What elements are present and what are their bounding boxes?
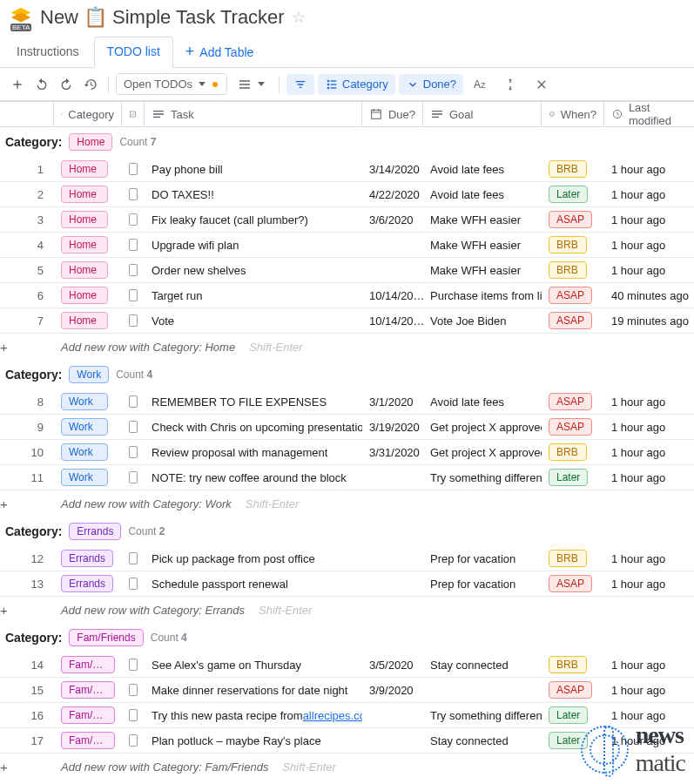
table-row[interactable]: 11 Work NOTE: try new coffee around the … <box>0 465 694 490</box>
category-tag[interactable]: Home <box>61 160 108 178</box>
table-row[interactable]: 12 Errands Pick up package from post off… <box>0 546 694 571</box>
row-height-button[interactable] <box>496 74 524 95</box>
checkbox[interactable] <box>129 188 138 200</box>
row-task-cell[interactable]: Make dinner reservations for date night <box>145 678 362 702</box>
category-tag[interactable]: Fam/Frien… <box>61 706 115 724</box>
row-checkbox-cell[interactable] <box>122 283 145 308</box>
row-task-cell[interactable]: Target run <box>145 283 362 308</box>
row-task-cell[interactable]: DO TAXES!! <box>145 182 362 206</box>
row-goal-cell[interactable]: Make WFH easier <box>423 207 542 232</box>
row-checkbox-cell[interactable] <box>122 157 145 181</box>
table-row[interactable]: 2 Home DO TAXES!! 4/22/2020 Avoid late f… <box>0 182 694 207</box>
row-due-cell[interactable] <box>362 728 423 753</box>
when-tag[interactable]: BRB <box>549 443 587 461</box>
row-category-cell[interactable]: Home <box>54 207 122 232</box>
row-checkbox-cell[interactable] <box>122 308 145 333</box>
row-due-cell[interactable] <box>362 233 423 257</box>
col-rownum[interactable] <box>0 102 54 126</box>
row-checkbox-cell[interactable] <box>122 678 145 702</box>
row-task-cell[interactable]: Plan potluck – maybe Ray's place <box>145 728 362 753</box>
row-goal-cell[interactable]: Get project X approved <box>423 415 542 439</box>
category-tag[interactable]: Home <box>61 261 108 279</box>
row-checkbox-cell[interactable] <box>122 440 145 464</box>
row-goal-cell[interactable]: Purchase items from li… <box>423 283 542 308</box>
row-when-cell[interactable]: BRB <box>542 258 604 282</box>
when-tag[interactable]: ASAP <box>549 575 592 592</box>
row-checkbox-cell[interactable] <box>122 465 145 490</box>
row-due-cell[interactable]: 3/19/2020 <box>362 415 423 439</box>
row-goal-cell[interactable]: Stay connected <box>423 728 542 753</box>
checkbox[interactable] <box>129 471 138 483</box>
sort-button[interactable]: AZ <box>467 75 493 94</box>
row-when-cell[interactable]: ASAP <box>542 308 604 333</box>
row-when-cell[interactable]: BRB <box>542 546 604 571</box>
category-tag[interactable]: Home <box>61 312 108 329</box>
row-category-cell[interactable]: Home <box>54 308 122 333</box>
category-tag[interactable]: Fam/Frien… <box>61 681 115 699</box>
category-tag[interactable]: Work <box>61 443 108 461</box>
row-checkbox-cell[interactable] <box>122 703 145 727</box>
row-goal-cell[interactable]: Prep for vacation <box>423 571 542 596</box>
group-tag[interactable]: Errands <box>69 523 121 540</box>
row-checkbox-cell[interactable] <box>122 389 145 414</box>
row-category-cell[interactable]: Work <box>54 465 122 490</box>
when-tag[interactable]: BRB <box>549 550 587 567</box>
col-checkbox[interactable] <box>122 102 145 126</box>
table-row[interactable]: 7 Home Vote 10/14/20… Vote Joe Biden ASA… <box>0 308 694 334</box>
row-task-cell[interactable]: See Alex's game on Thursday <box>145 652 362 677</box>
group-tag[interactable]: Fam/Friends <box>69 629 143 646</box>
when-tag[interactable]: Later <box>549 186 588 203</box>
table-row[interactable]: 8 Work REMEMBER TO FILE EXPENSES 3/1/202… <box>0 389 694 415</box>
table-row[interactable]: 4 Home Upgrade wifi plan Make WFH easier… <box>0 233 694 258</box>
row-checkbox-cell[interactable] <box>122 415 145 439</box>
category-tag[interactable]: Home <box>61 236 108 253</box>
row-due-cell[interactable] <box>362 703 423 727</box>
when-tag[interactable]: ASAP <box>549 393 592 410</box>
row-checkbox-cell[interactable] <box>122 233 145 257</box>
when-tag[interactable]: Later <box>549 469 588 486</box>
row-goal-cell[interactable]: Prep for vacation <box>423 546 542 571</box>
row-checkbox-cell[interactable] <box>122 728 145 753</box>
category-tag[interactable]: Home <box>61 287 108 304</box>
checkbox[interactable] <box>129 314 138 327</box>
star-icon[interactable]: ☆ <box>292 8 306 27</box>
col-goal[interactable]: Goal <box>423 102 542 126</box>
row-category-cell[interactable]: Fam/Frien… <box>54 728 122 753</box>
checkbox[interactable] <box>129 709 138 721</box>
row-due-cell[interactable]: 3/5/2020 <box>362 652 423 677</box>
row-due-cell[interactable]: 10/14/20… <box>362 283 423 308</box>
row-task-cell[interactable]: Review proposal with management <box>145 440 362 464</box>
when-tag[interactable]: ASAP <box>549 418 592 436</box>
tab-instructions[interactable]: Instructions <box>3 37 92 67</box>
row-checkbox-cell[interactable] <box>122 546 145 571</box>
checkbox[interactable] <box>129 659 138 671</box>
row-category-cell[interactable]: Home <box>54 258 122 282</box>
page-title[interactable]: New 📋 Simple Task Tracker <box>40 6 285 29</box>
row-task-cell[interactable]: Schedule passport renewal <box>145 571 362 596</box>
col-due[interactable]: Due? <box>362 102 423 126</box>
row-category-cell[interactable]: Home <box>54 182 122 206</box>
row-when-cell[interactable]: BRB <box>542 157 604 181</box>
when-tag[interactable]: BRB <box>549 261 587 279</box>
row-when-cell[interactable]: ASAP <box>542 571 604 596</box>
row-checkbox-cell[interactable] <box>122 571 145 596</box>
row-checkbox-cell[interactable] <box>122 652 145 677</box>
category-tag[interactable]: Work <box>61 418 108 436</box>
row-task-cell[interactable]: NOTE: try new coffee around the block <box>145 465 362 490</box>
when-tag[interactable]: BRB <box>549 160 587 178</box>
group-header[interactable]: Category: Home Count 7 <box>0 127 694 157</box>
row-goal-cell[interactable]: Get project X approved <box>423 440 542 464</box>
row-due-cell[interactable] <box>362 571 423 596</box>
row-checkbox-cell[interactable] <box>122 207 145 232</box>
checkbox[interactable] <box>129 552 138 564</box>
category-tag[interactable]: Work <box>61 393 108 410</box>
row-goal-cell[interactable]: Avoid late fees <box>423 157 542 181</box>
group-header[interactable]: Category: Work Count 4 <box>0 360 694 389</box>
row-goal-cell[interactable]: Try something different <box>423 465 542 490</box>
category-tag[interactable]: Errands <box>61 550 113 567</box>
filter-button[interactable] <box>286 74 314 95</box>
checkbox[interactable] <box>129 239 138 251</box>
when-tag[interactable]: ASAP <box>549 211 592 228</box>
row-category-cell[interactable]: Fam/Frien… <box>54 703 122 727</box>
row-due-cell[interactable] <box>362 258 423 282</box>
